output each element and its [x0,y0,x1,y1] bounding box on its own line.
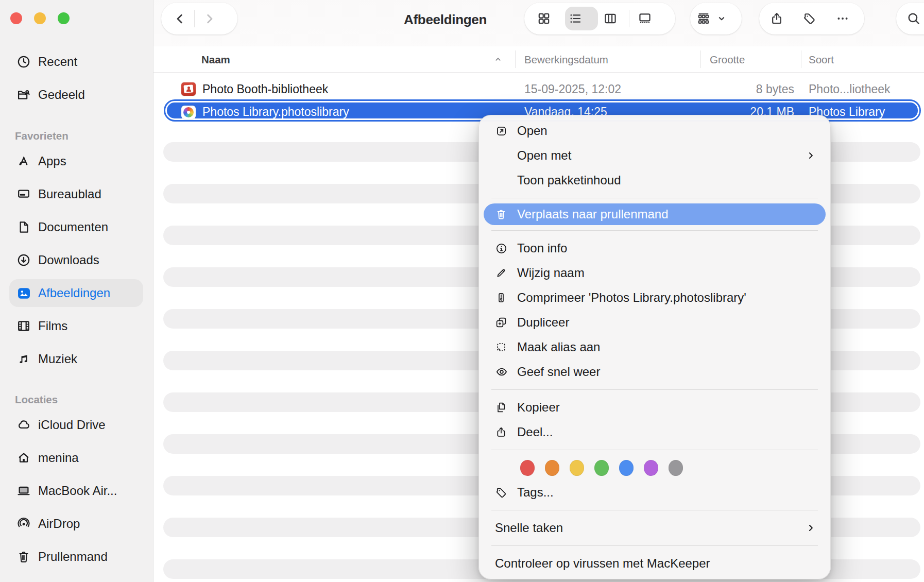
home-icon [9,451,38,465]
search-chip[interactable] [896,3,924,35]
tag-icon [495,486,517,499]
view-switcher [524,3,675,35]
file-row-photo-booth[interactable]: Photo Booth-bibliotheek 15-09-2025, 12:0… [153,79,924,100]
sidebar-section-locations: Locaties [15,393,58,406]
column-header-kind[interactable]: Soort [809,46,834,73]
trash-icon [9,550,38,564]
sidebar-item-label: Documenten [38,220,108,234]
sidebar-item-macbook-air[interactable]: MacBook Air... [9,480,143,502]
sidebar-item-gedeeld[interactable]: Gedeeld [9,83,143,106]
menu-item-tags[interactable]: Tags... [479,480,830,505]
tag-purple[interactable] [644,460,658,476]
chevron-down-icon [716,13,727,24]
column-header-date[interactable]: Bewerkingsdatum [524,46,608,73]
tag-yellow[interactable] [570,460,584,476]
sidebar-item-menina[interactable]: menina [9,447,143,469]
menu-item-wijzig-naam[interactable]: Wijzig naam [479,261,830,285]
file-name: Photos Library.photoslibrary [202,104,349,120]
menu-item-deel[interactable]: Deel... [479,420,830,444]
column-view-button[interactable] [596,4,625,33]
sidebar-item-label: iCloud Drive [38,418,106,432]
sidebar-item-downloads[interactable]: Downloads [9,249,143,271]
menu-separator [491,230,818,231]
airdrop-icon [9,517,38,531]
column-divider[interactable] [700,50,701,68]
column-divider[interactable] [515,50,516,68]
menu-item-controleer-op-virussen[interactable]: Controleer op virussen met MacKeeper [479,551,830,576]
menu-item-toon-info[interactable]: Toon info [479,236,830,261]
group-by-chip[interactable] [690,3,742,35]
menu-item-kopieer[interactable]: Kopieer [479,395,830,420]
desktop-icon [9,187,38,201]
view-divider [629,10,629,27]
sidebar-item-films[interactable]: Films [9,315,143,337]
navigation-chip [161,3,237,35]
actions-chip [759,3,864,35]
forward-button[interactable] [195,4,224,33]
photo-icon [9,286,38,301]
menu-separator [491,545,818,546]
menu-item-snelle-taken[interactable]: Snelle taken [479,516,830,540]
menu-item-geef-snel-weer[interactable]: Geef snel weer [479,360,830,384]
sidebar-item-label: Apps [38,154,66,168]
context-menu: Open Open met Toon pakketinhoud Verplaat… [478,115,831,579]
copy-docs-icon [495,401,517,414]
tag-blue[interactable] [619,460,634,476]
tag-gray[interactable] [669,460,683,476]
music-note-icon [9,352,38,366]
sidebar-item-afbeeldingen[interactable]: Afbeeldingen [9,279,143,307]
tag-color-row [479,455,830,480]
sidebar-item-label: Recent [38,55,77,69]
zoom-window-button[interactable] [58,12,70,24]
sidebar-item-label: Gedeeld [38,88,85,102]
sidebar-item-documenten[interactable]: Documenten [9,216,143,238]
menu-item-toon-pakketinhoud[interactable]: Toon pakketinhoud [479,168,830,193]
column-header-name[interactable]: Naam [201,46,230,73]
pencil-icon [495,267,517,279]
file-size: 8 bytes [711,79,794,100]
sidebar-item-bureaublad[interactable]: Bureaublad [9,183,143,206]
sidebar-item-muziek[interactable]: Muziek [9,348,143,370]
list-view-button[interactable] [561,4,590,33]
list-column-headers: Naam Bewerkingsdatum Grootte Soort [153,46,924,73]
sidebar-item-prullenmand[interactable]: Prullenmand [9,545,143,568]
tag-green[interactable] [594,460,609,476]
menu-item-verplaats-naar-prullenmand[interactable]: Verplaats naar prullenmand [484,203,826,225]
sidebar-item-label: menina [38,451,79,465]
menu-separator [491,510,818,510]
sidebar-item-label: Downloads [38,253,99,267]
close-window-button[interactable] [10,12,22,24]
duplicate-squares-icon [495,316,517,329]
tag-icon[interactable] [795,4,824,33]
minimize-window-button[interactable] [34,12,46,24]
document-icon [9,220,38,234]
menu-item-open[interactable]: Open [479,118,830,143]
tag-orange[interactable] [545,460,559,476]
back-button[interactable] [165,4,194,33]
menu-item-open-met[interactable]: Open met [479,143,830,168]
gallery-view-button[interactable] [630,4,659,33]
column-divider[interactable] [801,50,801,68]
menu-item-dupliceer[interactable]: Dupliceer [479,310,830,335]
open-arrow-square-icon [495,125,517,138]
menu-item-maak-alias-aan[interactable]: Maak alias aan [479,335,830,360]
sidebar-item-apps[interactable]: Apps [9,150,143,173]
share-icon[interactable] [762,4,791,33]
sidebar-item-label: Muziek [38,352,77,366]
sidebar-item-label: Prullenmand [38,550,108,564]
submenu-chevron-icon [806,523,816,533]
more-actions-icon[interactable] [828,4,857,33]
search-icon [899,4,924,33]
sidebar-item-icloud-drive[interactable]: iCloud Drive [9,414,143,436]
page-title: Afbeeldingen [404,0,487,46]
sidebar-item-label: AirDrop [38,517,80,531]
tag-red[interactable] [520,460,535,476]
menu-separator [491,450,818,450]
column-header-size[interactable]: Grootte [710,46,745,73]
share-up-arrow-icon [495,426,517,438]
menu-separator [491,389,818,390]
icon-view-button[interactable] [529,4,558,33]
sidebar-item-airdrop[interactable]: AirDrop [9,512,143,535]
menu-item-comprimeer[interactable]: Comprimeer 'Photos Library.photoslibrary… [479,285,830,310]
sidebar-item-recent[interactable]: Recent [9,50,143,73]
